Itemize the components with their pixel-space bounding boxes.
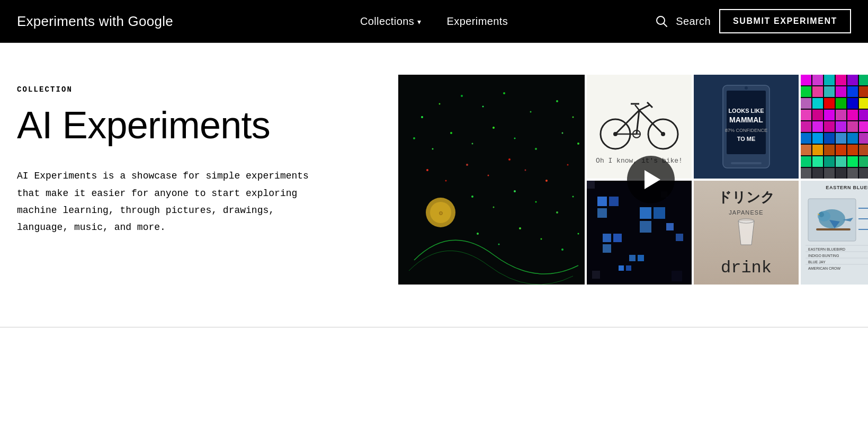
- svg-point-13: [450, 132, 452, 134]
- svg-rect-155: [603, 234, 611, 242]
- svg-rect-152: [640, 207, 651, 219]
- svg-rect-163: [626, 265, 631, 271]
- svg-point-34: [535, 201, 537, 203]
- header-right: Search SUBMIT EXPERIMENT: [656, 9, 851, 33]
- svg-rect-79: [836, 86, 846, 97]
- svg-rect-89: [847, 98, 858, 109]
- grid-cell-phone: LOOKS LIKE MAMMAL 87% CONFIDENCE TO ME: [694, 75, 799, 179]
- svg-point-40: [541, 238, 542, 240]
- svg-rect-133: [836, 156, 846, 167]
- svg-rect-149: [597, 197, 607, 206]
- nav-collections[interactable]: Collections ▾: [360, 15, 422, 28]
- search-label[interactable]: Search: [676, 15, 711, 28]
- svg-line-53: [635, 105, 639, 110]
- svg-rect-151: [597, 208, 607, 218]
- page-title: AI Experiments: [17, 104, 356, 146]
- svg-rect-132: [824, 156, 835, 167]
- svg-rect-131: [812, 156, 823, 167]
- svg-point-25: [525, 170, 526, 171]
- svg-rect-153: [654, 207, 665, 219]
- main-content: COLLECTION AI Experiments AI Experiments…: [0, 43, 868, 316]
- svg-rect-103: [801, 121, 811, 132]
- svg-rect-87: [824, 98, 835, 109]
- svg-rect-173: [816, 228, 851, 230]
- svg-rect-130: [801, 156, 811, 167]
- svg-rect-159: [638, 255, 644, 261]
- svg-rect-114: [824, 133, 835, 144]
- submit-experiment-button[interactable]: SUBMIT EXPERIMENT: [719, 9, 851, 33]
- svg-point-19: [577, 143, 579, 145]
- svg-rect-95: [812, 110, 823, 120]
- svg-rect-164: [587, 181, 595, 189]
- svg-rect-106: [836, 121, 846, 132]
- svg-rect-117: [859, 133, 868, 144]
- svg-rect-135: [859, 156, 868, 167]
- svg-rect-139: [801, 168, 811, 179]
- svg-rect-67: [801, 75, 811, 85]
- svg-rect-97: [836, 110, 846, 120]
- play-button[interactable]: [627, 156, 675, 203]
- svg-rect-71: [847, 75, 858, 85]
- chevron-down-icon: ▾: [417, 17, 421, 26]
- svg-rect-158: [629, 255, 636, 261]
- svg-line-48: [639, 110, 663, 134]
- image-grid-section: ⚙: [398, 75, 868, 285]
- svg-rect-154: [640, 221, 651, 233]
- svg-rect-90: [859, 98, 868, 109]
- svg-text:BLUE JAY: BLUE JAY: [808, 260, 826, 264]
- svg-point-8: [530, 111, 532, 113]
- svg-text:LOOKS LIKE: LOOKS LIKE: [728, 108, 764, 114]
- svg-line-51: [639, 105, 650, 110]
- svg-point-17: [535, 148, 537, 150]
- svg-point-20: [426, 169, 428, 171]
- svg-rect-99: [859, 110, 868, 120]
- experiments-label: Experiments: [447, 15, 508, 28]
- svg-rect-77: [812, 86, 823, 97]
- svg-rect-124: [836, 145, 846, 155]
- nav-experiments[interactable]: Experiments: [447, 15, 508, 28]
- bird-title: EASTERN BLUEBIRD: [826, 185, 868, 190]
- svg-point-16: [514, 138, 516, 139]
- description-text: AI Experiments is a showcase for simple …: [17, 167, 356, 236]
- svg-point-5: [461, 95, 463, 97]
- svg-rect-156: [613, 234, 622, 242]
- svg-rect-123: [824, 145, 835, 155]
- play-icon: [645, 170, 660, 189]
- collections-label: Collections: [360, 15, 414, 28]
- svg-text:87% CONFIDENCE: 87% CONFIDENCE: [725, 128, 767, 133]
- svg-rect-69: [824, 75, 835, 85]
- category-label: COLLECTION: [17, 85, 356, 94]
- svg-rect-113: [812, 133, 823, 144]
- grid-cell-drink: ドリンク JAPANESE drink: [694, 181, 799, 285]
- svg-point-36: [572, 196, 574, 198]
- svg-point-32: [493, 207, 495, 208]
- svg-rect-134: [847, 156, 858, 167]
- svg-rect-150: [609, 197, 619, 206]
- svg-point-21: [445, 180, 447, 182]
- svg-rect-81: [859, 86, 868, 97]
- main-nav: Collections ▾ Experiments: [360, 15, 508, 28]
- drink-word: drink: [721, 258, 772, 278]
- svg-text:⚙: ⚙: [439, 210, 443, 216]
- svg-rect-76: [801, 86, 811, 97]
- svg-point-42: [578, 233, 579, 235]
- svg-rect-64: [731, 162, 762, 164]
- svg-rect-104: [812, 121, 823, 132]
- svg-text:AMERICAN CROW: AMERICAN CROW: [808, 267, 840, 270]
- svg-rect-122: [812, 145, 823, 155]
- site-logo[interactable]: Experiments with Google: [17, 13, 173, 30]
- svg-rect-98: [847, 110, 858, 120]
- drink-subtitle: JAPANESE: [729, 209, 763, 216]
- svg-rect-144: [859, 168, 868, 179]
- svg-line-1: [664, 24, 667, 27]
- japanese-text: ドリンク: [718, 188, 775, 207]
- svg-rect-70: [836, 75, 846, 85]
- bottom-divider: [0, 327, 868, 327]
- svg-rect-94: [801, 110, 811, 120]
- svg-rect-166: [592, 271, 600, 279]
- grid-cell-pixels: [801, 75, 868, 179]
- svg-rect-116: [847, 133, 858, 144]
- svg-point-24: [508, 158, 511, 161]
- search-icon[interactable]: [656, 15, 667, 27]
- svg-point-41: [561, 248, 563, 251]
